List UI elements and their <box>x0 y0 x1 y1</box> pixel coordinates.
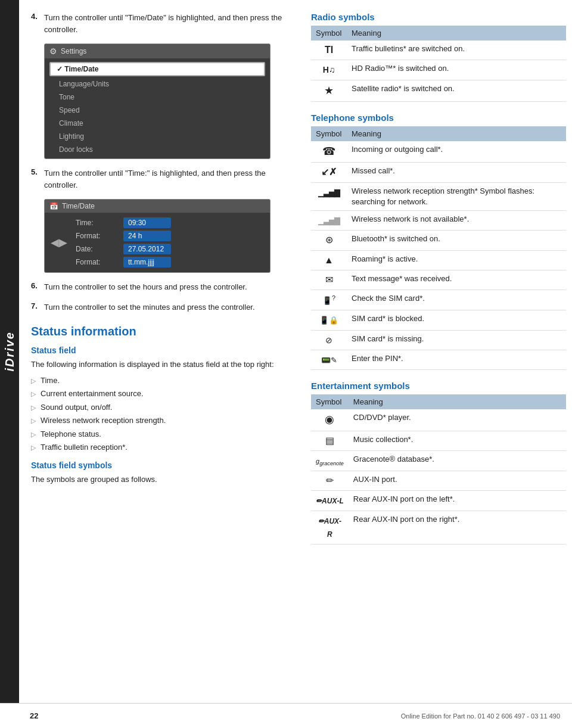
tel-sym-missed: ↙✗ <box>311 163 347 182</box>
format-label-2: Format: <box>76 258 123 266</box>
table-row: TI Traffic bulletins* are switched on. <box>311 41 566 60</box>
table-row: ✏AUX-L Rear AUX-IN port on the left*. <box>311 491 566 511</box>
table-row: ▲ Roaming* is active. <box>311 250 566 270</box>
format-label-1: Format: <box>76 232 123 240</box>
screen-item-doorlocks: Door locks <box>45 143 270 156</box>
status-field-text: The following information is displayed i… <box>31 359 293 371</box>
idrive-tab: iDrive <box>0 0 19 703</box>
bullet-arrow-1: ▷ <box>31 376 36 386</box>
screen-timedate-title: Time/Date <box>62 202 95 210</box>
step-6: 6. Turn the controller to set the hours … <box>31 281 293 293</box>
calendar-icon: 📅 <box>49 202 58 210</box>
bullet-item-wireless: ▷ Wireless network reception strength. <box>31 415 293 427</box>
table-row: 📱🔒 SIM card* is blocked. <box>311 310 566 330</box>
tel-sym-call: ☎ <box>311 141 347 163</box>
tel-meaning-signal: Wireless network reception strength* Sym… <box>347 182 566 210</box>
radio-symbols-heading: Radio symbols <box>311 12 566 22</box>
status-field-symbols-text: The symbols are grouped as follows. <box>31 474 293 486</box>
tel-col-symbol: Symbol <box>311 126 347 141</box>
tel-meaning-nosignal: Wireless network is not available*. <box>347 210 566 230</box>
ent-meaning-gracenote: Gracenote® database*. <box>349 450 566 471</box>
left-column: 4. Turn the controller until "Time/Date"… <box>31 12 293 555</box>
step-6-text: Turn the controller to set the hours and… <box>44 281 247 293</box>
status-info-heading: Status information <box>31 325 293 338</box>
right-column: Radio symbols Symbol Meaning TI Traffic … <box>305 12 566 555</box>
ent-meaning-aux: AUX-IN port. <box>349 471 566 490</box>
step-7: 7. Turn the controller to set the minute… <box>31 301 293 313</box>
time-value: 09:30 <box>123 217 171 228</box>
bullet-text-wireless: Wireless network reception strength. <box>41 415 166 427</box>
table-row: 📟✎ Enter the PIN*. <box>311 350 566 369</box>
tel-meaning-sim-check: Check the SIM card*. <box>347 290 566 310</box>
table-row: ▤ Music collection*. <box>311 431 566 450</box>
step-7-text: Turn the controller to set the minutes a… <box>44 301 255 313</box>
format-row-1: Format: 24 h <box>52 231 263 241</box>
tel-sym-signal: ▁▃▅▇ <box>311 182 347 210</box>
screen-settings-title: Settings <box>61 47 86 55</box>
tel-meaning-roam: Roaming* is active. <box>347 250 566 270</box>
tel-sym-bt: ⊛ <box>311 231 347 250</box>
screen-mock-settings: ⚙ Settings ✓ Time/Date Language/Units To… <box>44 43 271 159</box>
format-row-2: Format: tt.mm.jjjj <box>52 257 263 267</box>
radio-sym-hd: H♫ <box>311 60 347 80</box>
table-row: 📱? Check the SIM card*. <box>311 290 566 310</box>
table-row: ▁▃▅▇ Wireless network is not available*. <box>311 210 566 230</box>
ent-sym-gracenote: ggracenote <box>311 450 349 471</box>
date-label: Date: <box>76 245 123 253</box>
telephone-symbols-heading: Telephone symbols <box>311 113 566 123</box>
footer: 22 Online Edition for Part no. 01 40 2 6… <box>0 703 572 728</box>
bullet-item-traffic: ▷ Traffic bulletin reception*. <box>31 441 293 453</box>
ent-col-symbol: Symbol <box>311 394 349 409</box>
tel-meaning-bt: Bluetooth* is switched on. <box>347 231 566 250</box>
screen-item-language: Language/Units <box>45 77 270 91</box>
tel-meaning-pin: Enter the PIN*. <box>347 350 566 369</box>
table-row: ☎ Incoming or outgoing call*. <box>311 141 566 163</box>
bullet-item-telephone: ▷ Telephone status. <box>31 428 293 440</box>
date-value: 27.05.2012 <box>123 244 171 254</box>
step-7-num: 7. <box>31 301 44 313</box>
ent-col-meaning: Meaning <box>349 394 566 409</box>
radio-meaning-ti: Traffic bulletins* are switched on. <box>347 41 566 60</box>
step-6-num: 6. <box>31 281 44 293</box>
table-row: ✏ AUX-IN port. <box>311 471 566 490</box>
bullet-arrow-4: ▷ <box>31 416 36 426</box>
telephone-symbols-table: Symbol Meaning ☎ Incoming or outgoing ca… <box>311 126 566 370</box>
tel-meaning-msg: Text message* was received. <box>347 270 566 290</box>
bullet-arrow-3: ▷ <box>31 403 36 413</box>
radio-sym-sat: ★ <box>311 80 347 101</box>
bullet-text-entertainment: Current entertainment source. <box>41 388 144 400</box>
tel-sym-roam: ▲ <box>311 250 347 270</box>
entertainment-symbols-table: Symbol Meaning ◉ CD/DVD* player. ▤ Music… <box>311 394 566 544</box>
radio-col-symbol: Symbol <box>311 26 347 41</box>
table-row: ⊘ SIM card* is missing. <box>311 330 566 350</box>
tel-meaning-call: Incoming or outgoing call*. <box>347 141 566 163</box>
tel-sym-sim-blocked: 📱🔒 <box>311 310 347 330</box>
status-field-symbols-heading: Status field symbols <box>31 461 293 470</box>
table-row: ★ Satellite radio* is switched on. <box>311 80 566 101</box>
bullet-item-time: ▷ Time. <box>31 375 293 387</box>
bullet-arrow-5: ▷ <box>31 430 36 440</box>
table-row: H♫ HD Radio™* is switched on. <box>311 60 566 80</box>
tel-meaning-missed: Missed call*. <box>347 163 566 182</box>
table-row: ✉ Text message* was received. <box>311 270 566 290</box>
page-number: 22 <box>30 711 38 720</box>
format-value-2: tt.mm.jjjj <box>123 257 171 267</box>
step-4: 4. Turn the controller until "Time/Date"… <box>31 12 293 35</box>
bullet-arrow-2: ▷ <box>31 389 36 399</box>
step-4-text: Turn the controller until "Time/Date" is… <box>44 12 293 35</box>
ent-meaning-cd: CD/DVD* player. <box>349 409 566 431</box>
time-row: Time: 09:30 <box>52 217 263 228</box>
ent-sym-cd: ◉ <box>311 409 349 431</box>
bullet-text-telephone: Telephone status. <box>41 428 101 440</box>
bullet-item-sound: ▷ Sound output, on/off. <box>31 402 293 413</box>
status-field-heading: Status field <box>31 346 293 355</box>
format-value-1: 24 h <box>123 231 171 241</box>
table-row: ◉ CD/DVD* player. <box>311 409 566 431</box>
radio-sym-ti: TI <box>311 41 347 60</box>
screen-mock-timedate: 📅 Time/Date ◀▶ Time: 09:30 Format: 24 h … <box>44 199 271 273</box>
bullet-item-entertainment: ▷ Current entertainment source. <box>31 388 293 400</box>
step-4-num: 4. <box>31 12 44 35</box>
bullet-arrow-6: ▷ <box>31 443 36 453</box>
screen-settings-body: ✓ Time/Date Language/Units Tone Speed Cl… <box>45 58 270 158</box>
screen-timedate-body: ◀▶ Time: 09:30 Format: 24 h Date: 27.05.… <box>45 213 270 272</box>
